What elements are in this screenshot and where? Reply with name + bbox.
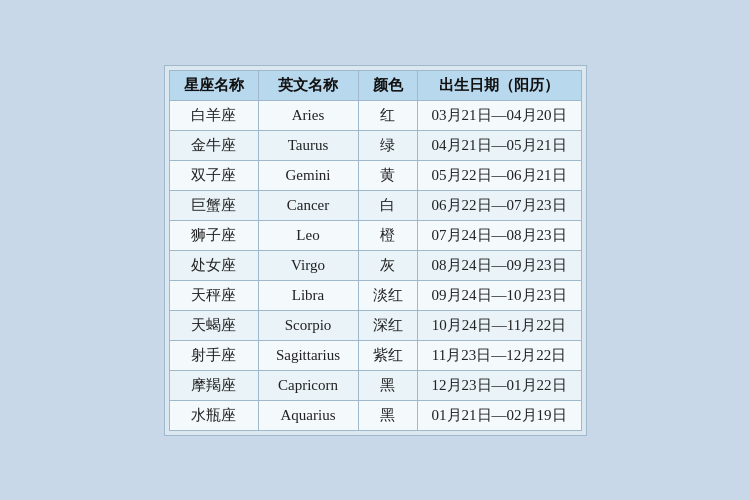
cell-color: 紫红: [358, 340, 417, 370]
cell-english: Taurus: [258, 130, 358, 160]
cell-english: Gemini: [258, 160, 358, 190]
cell-chinese: 双子座: [169, 160, 258, 190]
zodiac-table: 星座名称 英文名称 颜色 出生日期（阳历） 白羊座Aries红03月21日—04…: [169, 70, 582, 431]
table-row: 狮子座Leo橙07月24日—08月23日: [169, 220, 581, 250]
cell-chinese: 水瓶座: [169, 400, 258, 430]
cell-english: Aries: [258, 100, 358, 130]
table-row: 水瓶座Aquarius黑01月21日—02月19日: [169, 400, 581, 430]
cell-color: 深红: [358, 310, 417, 340]
cell-date: 01月21日—02月19日: [417, 400, 581, 430]
cell-color: 黑: [358, 400, 417, 430]
cell-date: 11月23日—12月22日: [417, 340, 581, 370]
cell-english: Virgo: [258, 250, 358, 280]
table-row: 巨蟹座Cancer白06月22日—07月23日: [169, 190, 581, 220]
header-chinese: 星座名称: [169, 70, 258, 100]
cell-date: 03月21日—04月20日: [417, 100, 581, 130]
zodiac-table-container: 星座名称 英文名称 颜色 出生日期（阳历） 白羊座Aries红03月21日—04…: [164, 65, 587, 436]
table-header-row: 星座名称 英文名称 颜色 出生日期（阳历）: [169, 70, 581, 100]
table-row: 双子座Gemini黄05月22日—06月21日: [169, 160, 581, 190]
cell-date: 10月24日—11月22日: [417, 310, 581, 340]
table-row: 金牛座Taurus绿04月21日—05月21日: [169, 130, 581, 160]
cell-chinese: 金牛座: [169, 130, 258, 160]
table-row: 处女座Virgo灰08月24日—09月23日: [169, 250, 581, 280]
cell-chinese: 巨蟹座: [169, 190, 258, 220]
cell-english: Scorpio: [258, 310, 358, 340]
cell-color: 黄: [358, 160, 417, 190]
cell-chinese: 射手座: [169, 340, 258, 370]
cell-date: 12月23日—01月22日: [417, 370, 581, 400]
cell-english: Cancer: [258, 190, 358, 220]
cell-chinese: 狮子座: [169, 220, 258, 250]
cell-chinese: 天蝎座: [169, 310, 258, 340]
table-row: 天蝎座Scorpio深红10月24日—11月22日: [169, 310, 581, 340]
cell-chinese: 白羊座: [169, 100, 258, 130]
cell-date: 09月24日—10月23日: [417, 280, 581, 310]
cell-color: 灰: [358, 250, 417, 280]
cell-color: 淡红: [358, 280, 417, 310]
header-color: 颜色: [358, 70, 417, 100]
cell-date: 06月22日—07月23日: [417, 190, 581, 220]
table-row: 摩羯座Capricorn黑12月23日—01月22日: [169, 370, 581, 400]
cell-color: 白: [358, 190, 417, 220]
cell-chinese: 天秤座: [169, 280, 258, 310]
table-row: 射手座Sagittarius紫红11月23日—12月22日: [169, 340, 581, 370]
table-row: 白羊座Aries红03月21日—04月20日: [169, 100, 581, 130]
header-english: 英文名称: [258, 70, 358, 100]
cell-color: 绿: [358, 130, 417, 160]
header-date: 出生日期（阳历）: [417, 70, 581, 100]
cell-english: Leo: [258, 220, 358, 250]
cell-color: 红: [358, 100, 417, 130]
cell-chinese: 处女座: [169, 250, 258, 280]
cell-color: 黑: [358, 370, 417, 400]
cell-date: 05月22日—06月21日: [417, 160, 581, 190]
cell-english: Libra: [258, 280, 358, 310]
table-row: 天秤座Libra淡红09月24日—10月23日: [169, 280, 581, 310]
cell-english: Capricorn: [258, 370, 358, 400]
cell-english: Aquarius: [258, 400, 358, 430]
cell-color: 橙: [358, 220, 417, 250]
cell-date: 04月21日—05月21日: [417, 130, 581, 160]
cell-date: 07月24日—08月23日: [417, 220, 581, 250]
cell-english: Sagittarius: [258, 340, 358, 370]
cell-date: 08月24日—09月23日: [417, 250, 581, 280]
cell-chinese: 摩羯座: [169, 370, 258, 400]
